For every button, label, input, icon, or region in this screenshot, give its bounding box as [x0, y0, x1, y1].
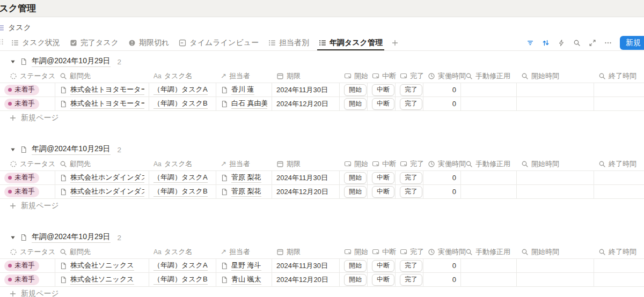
column-header-done[interactable]: 完了: [396, 247, 423, 257]
pause-button[interactable]: 中断: [372, 98, 394, 110]
column-header-pause[interactable]: 中断: [368, 247, 396, 257]
column-header-done[interactable]: 完了: [396, 71, 423, 81]
manual-fix-cell[interactable]: [461, 259, 517, 272]
status-cell[interactable]: 未着手: [0, 97, 55, 110]
column-header-pause[interactable]: 中断: [368, 71, 396, 81]
tab-task-status[interactable]: タスク状況: [6, 35, 65, 50]
group-title-link[interactable]: 年調@2024年10月29日: [32, 56, 111, 67]
column-header-task-name[interactable]: Aaタスク名: [149, 159, 216, 169]
tab-nencho-task-management[interactable]: 年調タスク管理: [314, 35, 387, 50]
column-header-start-time[interactable]: 開始時間: [517, 159, 594, 169]
column-header-start[interactable]: 開始: [340, 71, 368, 81]
new-button[interactable]: 新規: [620, 36, 644, 50]
search-button[interactable]: [573, 39, 581, 47]
status-cell[interactable]: 未着手: [0, 273, 55, 286]
drag-handle-icon[interactable]: [0, 38, 4, 48]
status-cell[interactable]: 未着手: [0, 171, 55, 184]
end-time-cell[interactable]: [594, 259, 644, 272]
column-header-end-time[interactable]: 終了時間: [594, 71, 644, 81]
due-date-cell[interactable]: 2024年12月20日: [272, 97, 340, 110]
column-header-due[interactable]: 期限: [272, 247, 340, 257]
task-name-cell[interactable]: （年調）タスクB: [149, 97, 216, 110]
column-header-pause[interactable]: 中断: [368, 159, 396, 169]
end-time-cell[interactable]: [594, 97, 644, 110]
start-button[interactable]: 開始: [344, 172, 367, 184]
new-page-button[interactable]: 新規ページ: [0, 287, 644, 297]
column-header-status[interactable]: ステータス: [0, 159, 55, 169]
column-header-client[interactable]: 顧問先: [55, 159, 149, 169]
actual-hours-cell[interactable]: 0: [423, 273, 461, 286]
end-time-cell[interactable]: [594, 185, 644, 198]
actual-hours-cell[interactable]: 0: [423, 171, 461, 184]
add-view-button[interactable]: [387, 39, 402, 47]
actual-hours-cell[interactable]: 0: [423, 185, 461, 198]
client-cell[interactable]: 株式会社ソニックス: [55, 273, 149, 286]
collapse-toggle[interactable]: [10, 235, 16, 240]
start-button[interactable]: 開始: [344, 98, 367, 110]
collection-title[interactable]: タスク: [8, 23, 31, 33]
start-time-cell[interactable]: [517, 259, 594, 272]
assignee-cell[interactable]: 星野 海斗: [216, 259, 272, 272]
start-time-cell[interactable]: [517, 83, 594, 96]
more-options-button[interactable]: [604, 39, 612, 47]
column-header-assignee[interactable]: ↗担当者: [216, 159, 272, 169]
start-time-cell[interactable]: [517, 185, 594, 198]
column-header-task-name[interactable]: Aaタスク名: [149, 247, 216, 257]
column-header-assignee[interactable]: ↗担当者: [216, 247, 272, 257]
group-title-link[interactable]: 年調@2024年10月29日: [32, 144, 111, 155]
tab-overdue[interactable]: 期限切れ: [123, 35, 174, 50]
done-button[interactable]: 完了: [400, 98, 422, 110]
automation-button[interactable]: [558, 39, 565, 47]
column-header-actual-hours[interactable]: 実働時間: [423, 247, 461, 257]
client-cell[interactable]: 株式会社ソニックス: [55, 259, 149, 272]
due-date-cell[interactable]: 2024年11月30日: [272, 171, 340, 184]
actual-hours-cell[interactable]: 0: [423, 97, 461, 110]
pause-button[interactable]: 中断: [372, 260, 394, 272]
column-header-start-time[interactable]: 開始時間: [517, 247, 594, 257]
start-button[interactable]: 開始: [344, 84, 367, 96]
column-header-actual-hours[interactable]: 実働時間: [423, 71, 461, 81]
column-header-status[interactable]: ステータス: [0, 247, 55, 257]
column-header-assignee[interactable]: ↗担当者: [216, 71, 272, 81]
column-header-client[interactable]: 顧問先: [55, 71, 149, 81]
column-header-client[interactable]: 顧問先: [55, 247, 149, 257]
due-date-cell[interactable]: 2024年12月20日: [272, 273, 340, 286]
client-cell[interactable]: 株式会社ホンダインダストリー: [55, 171, 149, 184]
start-time-cell[interactable]: [517, 273, 594, 286]
end-time-cell[interactable]: [594, 83, 644, 96]
client-cell[interactable]: 株式会社ホンダインダストリー: [55, 185, 149, 198]
column-header-start[interactable]: 開始: [340, 159, 368, 169]
done-button[interactable]: 完了: [400, 260, 422, 272]
assignee-cell[interactable]: 菅原 梨花: [216, 171, 272, 184]
new-page-button[interactable]: 新規ページ: [0, 199, 644, 213]
client-cell[interactable]: 株式会社トヨタモータース: [55, 83, 149, 96]
assignee-cell[interactable]: 青山 颯太: [216, 273, 272, 286]
pause-button[interactable]: 中断: [372, 186, 394, 198]
column-header-status[interactable]: ステータス: [0, 71, 55, 81]
manual-fix-cell[interactable]: [461, 97, 517, 110]
end-time-cell[interactable]: [594, 171, 644, 184]
due-date-cell[interactable]: 2024年11月30日: [272, 259, 340, 272]
start-button[interactable]: 開始: [344, 274, 367, 286]
pause-button[interactable]: 中断: [372, 172, 394, 184]
status-cell[interactable]: 未着手: [0, 83, 55, 96]
new-page-button[interactable]: 新規ページ: [0, 111, 644, 125]
manual-fix-cell[interactable]: [461, 171, 517, 184]
start-button[interactable]: 開始: [344, 260, 367, 272]
actual-hours-cell[interactable]: 0: [423, 259, 461, 272]
collapse-toggle[interactable]: [10, 59, 16, 64]
column-header-end-time[interactable]: 終了時間: [594, 247, 644, 257]
done-button[interactable]: 完了: [400, 172, 422, 184]
task-name-cell[interactable]: （年調）タスクB: [149, 185, 216, 198]
pause-button[interactable]: 中断: [372, 274, 394, 286]
done-button[interactable]: 完了: [400, 84, 422, 96]
sort-button[interactable]: [542, 39, 550, 47]
column-header-task-name[interactable]: Aaタスク名: [149, 71, 216, 81]
tab-completed-tasks[interactable]: 完了タスク: [65, 35, 123, 50]
column-header-manual-fix[interactable]: 手動修正用: [461, 71, 517, 81]
pause-button[interactable]: 中断: [372, 84, 394, 96]
collapse-toggle[interactable]: [10, 147, 16, 152]
column-header-manual-fix[interactable]: 手動修正用: [461, 159, 517, 169]
done-button[interactable]: 完了: [400, 186, 422, 198]
status-cell[interactable]: 未着手: [0, 259, 55, 272]
